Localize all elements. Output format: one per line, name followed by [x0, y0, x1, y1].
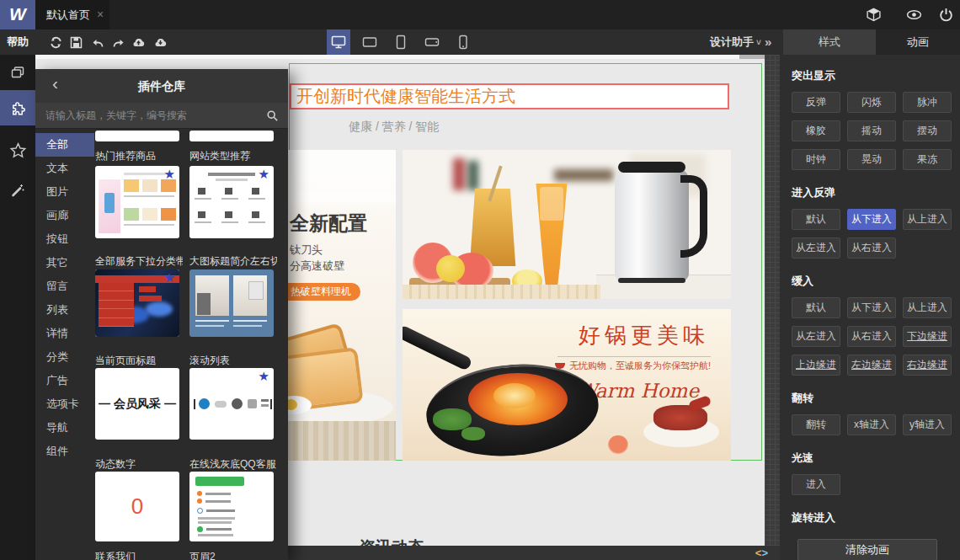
- collapse-panel-button[interactable]: »: [765, 29, 771, 54]
- anim-button[interactable]: 默认: [792, 297, 840, 318]
- device-tablet-landscape[interactable]: [358, 29, 381, 55]
- help-button[interactable]: 帮助: [7, 29, 29, 55]
- plugin-search-input[interactable]: [35, 103, 254, 128]
- plugin-card-scrolling-list[interactable]: ★: [189, 368, 274, 440]
- anim-button[interactable]: 橡胶: [792, 120, 840, 141]
- canvas-banner-blender[interactable]: 全新配置 钛刀头 分高速破壁 热破壁料理机: [288, 150, 396, 461]
- canvas-image-kettle[interactable]: [403, 150, 731, 299]
- star-badge-icon[interactable]: ★: [164, 168, 175, 180]
- plugin-card-page-title[interactable]: — 会员风采 —: [95, 368, 179, 440]
- device-tablet-portrait[interactable]: [389, 29, 413, 55]
- anim-button[interactable]: 摆动: [903, 120, 952, 141]
- category-item-6[interactable]: 留言: [35, 275, 94, 298]
- device-desktop[interactable]: [327, 29, 350, 55]
- anim-button[interactable]: 反弹: [792, 92, 840, 113]
- plugin-card-partial[interactable]: [189, 131, 274, 141]
- category-item-5[interactable]: 其它: [35, 251, 94, 275]
- design-assistant-button[interactable]: 设计助手˅: [710, 29, 761, 56]
- chevron-down-icon: ˅: [756, 38, 761, 47]
- plugin-card-dynamic-number[interactable]: 0: [95, 472, 179, 541]
- anim-button[interactable]: 左边缘进: [847, 355, 896, 376]
- tab-style[interactable]: 样式: [783, 29, 876, 55]
- anim-button[interactable]: 从上进入: [903, 209, 952, 230]
- category-item-10[interactable]: 广告: [35, 369, 94, 392]
- star-badge-icon[interactable]: ★: [259, 370, 269, 382]
- plugin-card-big-image-slider[interactable]: [189, 269, 274, 337]
- search-icon[interactable]: [256, 103, 288, 128]
- cloud-upload-icon[interactable]: [131, 35, 146, 50]
- refresh-icon[interactable]: [49, 35, 63, 50]
- category-item-13[interactable]: 组件: [35, 440, 94, 463]
- undo-icon[interactable]: [91, 35, 105, 50]
- anim-button[interactable]: 果冻: [903, 149, 952, 170]
- plugin-card-hot-products[interactable]: ★: [95, 166, 179, 238]
- canvas-page-title[interactable]: 开创新时代健康智能生活方式: [290, 83, 729, 109]
- clear-animation-button[interactable]: 清除动画: [797, 539, 937, 560]
- banner-pill-button[interactable]: 热破壁料理机: [288, 283, 360, 301]
- canvas-news-heading[interactable]: 资讯动态: [360, 536, 424, 546]
- thumb-shape: [161, 208, 176, 221]
- anim-button[interactable]: 进入: [792, 474, 840, 495]
- sidebar-item-wand[interactable]: [0, 173, 35, 208]
- category-item-0[interactable]: 全部: [35, 133, 94, 157]
- back-chevron-icon[interactable]: ‹: [52, 73, 58, 93]
- save-icon[interactable]: [69, 35, 83, 50]
- anim-button[interactable]: 从下进入: [847, 297, 896, 318]
- app-logo[interactable]: W: [0, 0, 35, 29]
- anim-button[interactable]: 脉冲: [903, 92, 952, 113]
- canvas-page-subtitle[interactable]: 健康 / 营养 / 智能: [349, 120, 439, 135]
- anim-button[interactable]: 上边缘进: [792, 355, 840, 376]
- category-item-7[interactable]: 列表: [35, 298, 94, 322]
- anim-button[interactable]: y轴进入: [903, 414, 952, 435]
- anim-button[interactable]: 右边缘进: [903, 355, 952, 376]
- anim-button[interactable]: x轴进入: [847, 414, 896, 435]
- anim-button[interactable]: 从右进入: [847, 326, 896, 347]
- page-tab[interactable]: 默认首页×: [35, 0, 109, 29]
- category-item-3[interactable]: 画廊: [35, 204, 94, 227]
- anim-button[interactable]: 从下进入: [847, 209, 896, 230]
- anim-button[interactable]: 闪烁: [847, 92, 896, 113]
- anim-button[interactable]: 时钟: [792, 149, 840, 170]
- redo-icon[interactable]: [111, 35, 125, 50]
- shape: [11, 143, 24, 156]
- thumb-shape: [142, 208, 157, 221]
- category-item-12[interactable]: 导航: [35, 416, 94, 440]
- anim-button[interactable]: 从右进入: [847, 237, 896, 259]
- tab-close-icon[interactable]: ×: [97, 8, 104, 21]
- power-icon[interactable]: [938, 7, 954, 23]
- plugin-card-qq-service[interactable]: [189, 472, 274, 541]
- cloud-download-icon[interactable]: [153, 35, 168, 50]
- device-phone-portrait[interactable]: [451, 29, 475, 55]
- anim-button[interactable]: 从左进入: [792, 237, 840, 259]
- category-item-2[interactable]: 图片: [35, 180, 94, 204]
- anim-button[interactable]: 从上进入: [903, 297, 952, 318]
- anim-button[interactable]: 从左进入: [792, 326, 840, 347]
- tab-animation[interactable]: 动画: [876, 29, 960, 55]
- package-icon[interactable]: [866, 7, 882, 23]
- anim-button[interactable]: 摇动: [847, 120, 896, 141]
- category-item-4[interactable]: 按钮: [35, 227, 94, 251]
- code-view-icon[interactable]: >: [761, 547, 768, 559]
- sidebar-item-pages[interactable]: [0, 55, 35, 90]
- sidebar-item-favorites[interactable]: [0, 132, 35, 168]
- category-item-8[interactable]: 详情: [35, 322, 94, 345]
- canvas-vertical-scrollbar[interactable]: [765, 55, 780, 546]
- device-phone-landscape[interactable]: [420, 29, 444, 55]
- preview-eye-icon[interactable]: [906, 7, 922, 23]
- anim-button[interactable]: 下边缘进: [903, 326, 952, 347]
- plugin-card-dropdown-nav[interactable]: ★: [95, 269, 179, 337]
- plugin-card-site-types[interactable]: ★: [189, 166, 274, 238]
- anim-button[interactable]: 晃动: [847, 149, 896, 170]
- plugin-card-partial[interactable]: [95, 131, 179, 141]
- kettle-base-shape: [618, 278, 685, 283]
- canvas-image-wok[interactable]: 好锅更美味 无忧购物，至诚服务为你保驾护航! Warm Home: [403, 309, 731, 461]
- star-badge-icon[interactable]: ★: [259, 168, 269, 180]
- thumb-shape: [206, 528, 232, 531]
- category-item-9[interactable]: 分类: [35, 345, 94, 369]
- anim-button[interactable]: 默认: [792, 209, 840, 230]
- star-badge-icon[interactable]: ★: [164, 271, 175, 284]
- sidebar-item-plugins[interactable]: [0, 90, 35, 125]
- category-item-11[interactable]: 选项卡: [35, 392, 94, 416]
- anim-button[interactable]: 翻转: [792, 414, 840, 435]
- category-item-1[interactable]: 文本: [35, 157, 94, 180]
